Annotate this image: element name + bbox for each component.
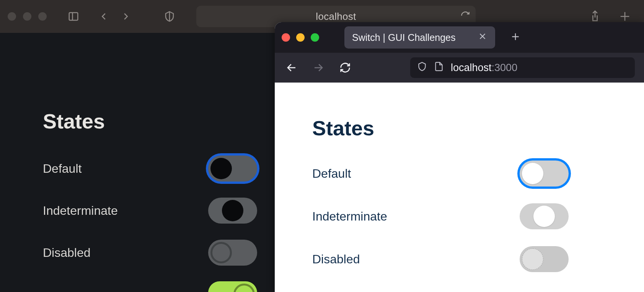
arrow-left-icon: [286, 62, 297, 73]
switch-thumb: [533, 206, 555, 227]
state-row-disabled-checked: [43, 281, 257, 292]
safari-minimize-button[interactable]: [23, 12, 31, 21]
url-text: localhost:3000: [451, 62, 517, 74]
safari-new-tab-button[interactable]: [616, 9, 634, 24]
shield-icon: [417, 62, 427, 71]
firefox-window: Switch | GUI Challenges localho: [275, 22, 644, 292]
svg-rect-0: [69, 13, 78, 20]
safari-reload-button[interactable]: [460, 11, 470, 22]
switch-default[interactable]: [208, 156, 257, 182]
state-label: Disabled: [43, 246, 91, 260]
switch-indeterminate[interactable]: [520, 203, 569, 229]
plus-icon: [510, 32, 520, 42]
switch-indeterminate[interactable]: [208, 198, 257, 224]
browser-tab[interactable]: Switch | GUI Challenges: [344, 26, 495, 49]
safari-nav-buttons: [95, 9, 135, 24]
arrow-right-icon: [313, 62, 324, 73]
safari-url-text: localhost: [316, 11, 356, 23]
tab-close-button[interactable]: [478, 31, 487, 44]
state-label: Indeterminate: [43, 204, 118, 218]
switch-thumb: [222, 200, 243, 221]
state-label: Indeterminate: [312, 209, 387, 224]
switch-thumb: [233, 284, 255, 292]
safari-close-button[interactable]: [8, 12, 16, 21]
reload-icon: [460, 11, 470, 21]
firefox-back-button[interactable]: [284, 60, 299, 75]
states-heading: States: [312, 116, 644, 140]
firefox-forward-button[interactable]: [311, 60, 326, 75]
reload-icon: [339, 62, 351, 73]
firefox-page-content: States Default Indeterminate Disabled: [275, 83, 644, 292]
safari-back-button[interactable]: [95, 9, 113, 24]
state-row-disabled: Disabled: [43, 239, 257, 266]
chevron-left-icon: [98, 11, 109, 22]
switch-default[interactable]: [520, 161, 569, 187]
state-row-disabled: Disabled: [312, 245, 569, 274]
share-icon: [589, 10, 602, 23]
switch-disabled: [208, 240, 257, 266]
state-label: Default: [43, 162, 82, 176]
plus-icon: [618, 10, 631, 23]
state-row-default: Default: [43, 155, 257, 182]
url-host: localhost: [451, 62, 492, 73]
safari-privacy-button[interactable]: [160, 9, 179, 24]
firefox-close-button[interactable]: [282, 33, 290, 42]
tracking-protection-icon[interactable]: [417, 62, 427, 74]
firefox-zoom-button[interactable]: [311, 33, 319, 42]
firefox-minimize-button[interactable]: [296, 33, 305, 42]
switch-thumb: [522, 248, 543, 270]
sidebar-toggle-button[interactable]: [64, 9, 83, 24]
close-icon: [478, 31, 487, 41]
switch-disabled: [520, 246, 569, 272]
state-row-default: Default: [312, 159, 569, 188]
firefox-tab-bar: Switch | GUI Challenges: [275, 22, 644, 53]
shield-icon: [164, 11, 175, 22]
safari-share-button[interactable]: [586, 9, 604, 24]
firefox-traffic-lights: [282, 33, 319, 42]
safari-toolbar-right: [586, 9, 636, 24]
firefox-url-bar[interactable]: localhost:3000: [410, 57, 635, 78]
firefox-nav-bar: localhost:3000: [275, 53, 644, 83]
state-label: Disabled: [312, 252, 360, 266]
site-info-icon[interactable]: [434, 62, 444, 74]
safari-traffic-lights: [8, 12, 47, 21]
chevron-right-icon: [120, 11, 132, 22]
switch-thumb: [210, 242, 232, 263]
switch-thumb: [522, 163, 543, 184]
tab-title: Switch | GUI Challenges: [352, 32, 472, 43]
url-port: :3000: [492, 62, 518, 73]
state-row-indeterminate: Indeterminate: [43, 197, 257, 224]
firefox-reload-button[interactable]: [337, 60, 353, 75]
state-label: Default: [312, 167, 351, 181]
state-row-indeterminate: Indeterminate: [312, 202, 569, 231]
switch-disabled-checked: [208, 281, 257, 292]
safari-forward-button[interactable]: [117, 9, 135, 24]
page-icon: [434, 62, 444, 71]
sidebar-icon: [68, 11, 79, 22]
switch-thumb: [210, 158, 232, 179]
safari-zoom-button[interactable]: [38, 12, 47, 21]
firefox-new-tab-button[interactable]: [510, 32, 520, 43]
